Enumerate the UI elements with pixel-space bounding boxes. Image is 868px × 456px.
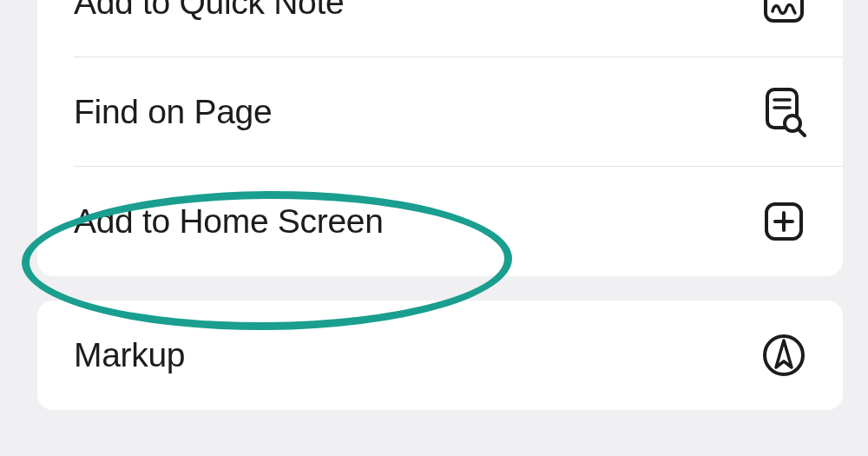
- add-to-home-icon: [760, 197, 808, 246]
- menu-item-label: Find on Page: [74, 93, 272, 131]
- menu-item-find-on-page[interactable]: Find on Page: [37, 57, 843, 167]
- menu-group-actions: Add to Quick Note Find on Page Add to Ho…: [37, 0, 843, 276]
- menu-group-tools: Markup: [37, 301, 843, 410]
- menu-item-label: Add to Home Screen: [74, 202, 384, 241]
- menu-item-quick-note[interactable]: Add to Quick Note: [37, 0, 843, 57]
- menu-item-label: Add to Quick Note: [74, 0, 344, 22]
- find-on-page-icon: [760, 88, 808, 136]
- menu-item-markup[interactable]: Markup: [37, 301, 843, 410]
- quick-note-icon: [760, 0, 808, 27]
- menu-item-add-to-home[interactable]: Add to Home Screen: [37, 167, 843, 276]
- menu-item-label: Markup: [74, 336, 185, 374]
- markup-icon: [760, 331, 808, 380]
- svg-line-6: [799, 129, 805, 135]
- svg-rect-0: [766, 0, 802, 21]
